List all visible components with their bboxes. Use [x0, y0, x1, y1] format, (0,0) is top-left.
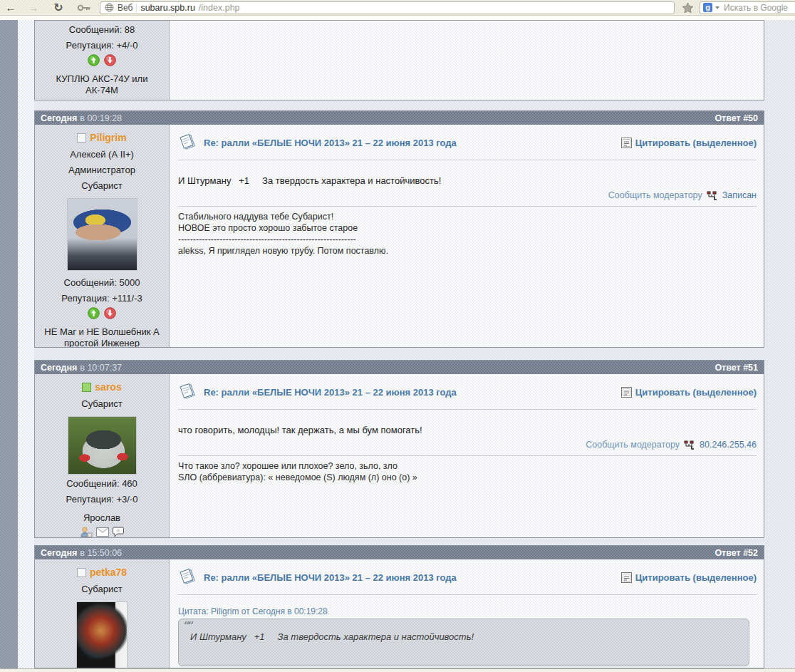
logged-link[interactable]: Записан — [722, 190, 757, 200]
post-50-content: Re: ралли «БЕЛЫЕ НОЧИ 2013» 21 – 22 июня… — [170, 125, 764, 347]
message-count: Сообщений: 460 — [35, 477, 169, 490]
refresh-button[interactable]: ↻ — [51, 1, 66, 15]
quote-marks-icon: ““ — [184, 619, 192, 632]
reputation: Репутация: +4/-0 — [35, 39, 169, 51]
offline-indicator-icon — [77, 568, 86, 577]
avatar — [76, 601, 128, 669]
post-51-content: Re: ралли «БЕЛЫЕ НОЧИ 2013» 21 – 22 июня… — [170, 374, 764, 537]
user-rank: Субарист — [35, 398, 169, 410]
url-divider — [136, 4, 137, 12]
reply-number: Ответ #51 — [715, 363, 758, 373]
forward-button[interactable]: → — [27, 1, 40, 15]
reputation: Репутация: +111/-3 — [35, 292, 169, 304]
username-row: petka78 — [35, 567, 169, 579]
smite-icon[interactable] — [104, 307, 116, 319]
post-body: И Штурману +1 За твердость характера и н… — [178, 175, 757, 187]
avatar — [67, 198, 137, 271]
post-51: Сегодняв 10:07:37 Ответ #51 saros Субари… — [34, 360, 764, 538]
message-count: Сообщений: 5000 — [35, 276, 169, 289]
avatar — [68, 416, 137, 475]
left-light-strip — [18, 20, 34, 668]
quote-button[interactable]: Цитировать (выделенное) — [621, 138, 757, 148]
quote-page-icon — [621, 387, 632, 398]
topic-page-icon — [178, 383, 197, 400]
globe-icon — [105, 3, 114, 12]
post-50-header: Сегодняв 00:19:28 Ответ #50 — [35, 111, 764, 125]
quote-button[interactable]: Цитировать (выделенное) — [621, 387, 757, 398]
search-box[interactable]: g — [700, 1, 795, 14]
username-row: Piligrim — [35, 132, 169, 145]
quote-button[interactable]: Цитировать (выделенное) — [621, 572, 757, 583]
profile-icon[interactable] — [80, 527, 93, 537]
url-path: /index.php — [199, 3, 240, 13]
ip-logged-icon — [684, 440, 695, 450]
post-partial-content — [170, 21, 764, 100]
topic-page-icon — [178, 569, 197, 586]
post-51-header: Сегодняв 10:07:37 Ответ #51 — [35, 361, 764, 374]
username-row: saros — [35, 381, 169, 394]
quote-header-link[interactable]: Цитата: Piligrim от Сегодня в 00:19:28 — [178, 606, 757, 616]
url-host[interactable]: subaru.spb.ru — [140, 3, 194, 13]
left-dark-strip — [0, 20, 18, 668]
quote-page-icon — [621, 138, 632, 148]
signature-divider — [178, 206, 757, 207]
post-52-sidebar: petka78 Субарист — [35, 559, 170, 668]
bookmark-star-icon[interactable] — [682, 2, 694, 14]
offline-indicator-icon — [77, 133, 86, 143]
signature: Стабильного наддува тебе Субарист! НОВОЕ… — [178, 211, 757, 257]
topic-page-icon — [178, 134, 197, 151]
post-51-sidebar: saros Субарист Сообщений: 460 Репутация:… — [35, 374, 170, 537]
post-title-link[interactable]: Re: ралли «БЕЛЫЕ НОЧИ 2013» 21 – 22 июня… — [204, 138, 457, 148]
user-realname: Алексей (А II+) — [35, 148, 169, 160]
message-count: Сообщений: 88 — [35, 24, 169, 36]
forum-page: Сообщений: 88 Репутация: +4/-0 КУПЛЮ АКС… — [0, 20, 795, 668]
custom-title: КУПЛЮ АКС-74У или АК-74М — [35, 73, 169, 96]
url-scheme-label: Веб — [118, 3, 132, 13]
post-50: Сегодняв 00:19:28 Ответ #50 Piligrim Але… — [34, 110, 764, 348]
post-52: Сегодняв 15:50:06 Ответ #52 petka78 Суба… — [34, 545, 764, 668]
search-input[interactable] — [722, 2, 795, 14]
key-icon[interactable] — [76, 1, 93, 15]
reputation: Репутация: +3/-0 — [35, 493, 169, 505]
report-to-moderator-link[interactable]: Сообщить модератору — [608, 190, 702, 200]
online-indicator-icon — [82, 383, 91, 392]
signature-divider — [178, 455, 757, 456]
post-52-content: Re: ралли «БЕЛЫЕ НОЧИ 2013» 21 – 22 июня… — [170, 559, 764, 668]
message-bubble-icon[interactable] — [113, 527, 124, 537]
username-link[interactable]: petka78 — [77, 567, 127, 578]
post-time: Сегодняв 15:50:06 — [41, 548, 122, 558]
ip-logged-icon — [707, 191, 718, 200]
content-divider — [178, 160, 757, 160]
custom-title: НЕ Маг и НЕ Волшебник А простой Инженер — [35, 326, 169, 348]
smite-icon[interactable] — [104, 54, 116, 66]
post-52-header: Сегодняв 15:50:06 Ответ #52 — [35, 546, 764, 559]
report-to-moderator-link[interactable]: Сообщить модератору — [586, 440, 680, 450]
post-50-sidebar: Piligrim Алексей (А II+) Администратор С… — [35, 125, 170, 347]
post-time: Сегодняв 00:19:28 — [41, 113, 122, 123]
quoted-text: И Штурману +1 За твердость характера и н… — [190, 631, 740, 643]
browser-toolbar: ← → ↻ Веб subaru.spb.ru/index.php g — [0, 0, 795, 16]
back-button[interactable]: ← — [4, 1, 17, 15]
applaud-icon[interactable] — [88, 307, 100, 319]
email-icon[interactable] — [96, 527, 109, 537]
user-group: Администратор — [35, 164, 169, 176]
post-title-link[interactable]: Re: ралли «БЕЛЫЕ НОЧИ 2013» 21 – 22 июня… — [204, 572, 457, 583]
quote-box: ““ И Штурману +1 За твердость характера … — [178, 619, 749, 666]
signature: Что такое зло? хорошее или плохое? зело,… — [178, 460, 757, 483]
google-icon: g — [703, 3, 712, 12]
username-link[interactable]: Piligrim — [77, 132, 126, 143]
bottom-strip — [0, 668, 795, 672]
post-partial: Сообщений: 88 Репутация: +4/-0 КУПЛЮ АКС… — [34, 20, 764, 100]
username-link[interactable]: saros — [82, 381, 121, 393]
user-realname: Ярослав — [35, 512, 169, 524]
applaud-icon[interactable] — [88, 54, 100, 66]
ip-address-link[interactable]: 80.246.255.46 — [700, 440, 757, 450]
quote-page-icon — [621, 572, 632, 583]
search-engine-caret-icon[interactable] — [715, 6, 719, 9]
url-bar[interactable]: Веб subaru.spb.ru/index.php — [100, 1, 675, 14]
post-partial-sidebar: Сообщений: 88 Репутация: +4/-0 КУПЛЮ АКС… — [35, 21, 170, 100]
user-rank: Субарист — [35, 180, 169, 192]
reply-number: Ответ #50 — [715, 113, 758, 123]
post-title-link[interactable]: Re: ралли «БЕЛЫЕ НОЧИ 2013» 21 – 22 июня… — [204, 387, 457, 398]
post-time: Сегодняв 10:07:37 — [41, 363, 122, 373]
